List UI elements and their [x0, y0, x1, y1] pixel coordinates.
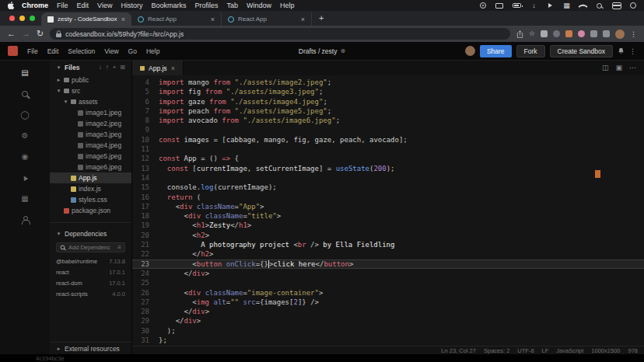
new-tab-button[interactable]: + — [312, 11, 331, 26]
code-line-14[interactable]: 14 — [132, 173, 644, 183]
macos-menu-chrome[interactable]: Chrome — [22, 2, 48, 9]
file-src[interactable]: ▾src — [50, 85, 131, 96]
editor-tab-appjs[interactable]: App.js × — [132, 61, 184, 75]
dependency--babel-runtime[interactable]: @babel/runtime7.13.8 — [50, 256, 131, 266]
minimize-window-button[interactable] — [19, 16, 25, 21]
dependencies-section-header[interactable]: ▾ Dependencies — [50, 226, 131, 242]
editor-menu-file[interactable]: File — [27, 47, 38, 55]
new-directory-icon[interactable]: ⊞ — [120, 64, 125, 71]
control-center-icon[interactable] — [612, 1, 620, 10]
user-avatar[interactable] — [465, 46, 475, 56]
share-icon[interactable] — [516, 30, 523, 38]
screen-record-icon[interactable] — [479, 1, 486, 10]
file-image6-jpeg[interactable]: image6.jpeg — [50, 162, 131, 172]
apple-menu-icon[interactable] — [8, 2, 14, 9]
status-eol[interactable]: LF — [542, 347, 549, 354]
code-line-13[interactable]: 13 const [currentImage, setCurrentImage]… — [132, 164, 644, 173]
share-button[interactable]: Share — [480, 45, 512, 57]
code-line-10[interactable]: 10const images = [cabbage, mango, fig, g… — [132, 135, 644, 144]
close-window-button[interactable] — [9, 16, 15, 21]
extension-icon[interactable] — [553, 30, 560, 37]
code-line-6[interactable]: 6import gaze from "./assets/image4.jpeg"… — [132, 97, 644, 106]
status-indentation[interactable]: Spaces: 2 — [484, 347, 509, 354]
download-icon[interactable]: ↓ — [530, 1, 537, 10]
export-sandbox-icon[interactable]: ↓ — [99, 64, 102, 71]
browser-tab-2[interactable]: React App× — [131, 12, 222, 26]
forward-icon[interactable]: → — [22, 30, 30, 38]
filter-icon[interactable]: ≡ — [117, 244, 121, 251]
code-line-11[interactable]: 11 — [132, 144, 644, 154]
code-line-24[interactable]: 24 </div> — [132, 269, 644, 278]
back-icon[interactable]: ← — [7, 30, 16, 38]
live-icon[interactable]: ◉ — [22, 152, 29, 162]
browser-menu-icon[interactable]: ⋮ — [630, 30, 637, 38]
keyboard-icon[interactable]: ▦ — [563, 1, 570, 10]
code-line-12[interactable]: 12const App = () => { — [132, 154, 644, 163]
status-dimensions[interactable]: 1000x1500 — [591, 347, 620, 354]
code-line-4[interactable]: 4import mango from "./assets/image2.jpeg… — [132, 78, 644, 87]
code-line-22[interactable]: 22 </h2> — [132, 249, 644, 259]
editor-menu-go[interactable]: Go — [128, 47, 137, 55]
external-resources-section-header[interactable]: ▸ External resources — [50, 342, 131, 354]
code-line-17[interactable]: 17 <div className="App"> — [132, 202, 644, 211]
status-encoding[interactable]: UTF-8 — [517, 347, 534, 354]
macos-menu-edit[interactable]: Edit — [77, 2, 89, 9]
status-cursor-position[interactable]: Ln 23, Col 27 — [441, 347, 476, 354]
new-file-icon[interactable]: + — [113, 64, 117, 71]
macos-menu-profiles[interactable]: Profiles — [194, 2, 218, 9]
file-image5-jpeg[interactable]: image5.jpeg — [50, 151, 131, 162]
editor-menu-view[interactable]: View — [104, 47, 118, 55]
code-line-27[interactable]: 27 <img alt="" src={images[2]} /> — [132, 298, 644, 307]
codesandbox-logo[interactable] — [8, 46, 18, 56]
extension-icon[interactable] — [578, 30, 585, 37]
code-line-31[interactable]: 31}; — [132, 336, 644, 345]
code-line-9[interactable]: 9 — [132, 125, 644, 134]
server-icon[interactable]: ▦ — [21, 194, 28, 204]
code-line-29[interactable]: 29 </div> — [132, 316, 644, 325]
file-image4-jpeg[interactable]: image4.jpeg — [50, 140, 131, 151]
siri-icon[interactable] — [629, 1, 636, 10]
browser-tab-3[interactable]: React App× — [222, 12, 312, 26]
notifications-bell-icon[interactable] — [618, 47, 625, 54]
code-line-26[interactable]: 26 <div className="image-container"> — [132, 288, 644, 298]
code-line-25[interactable]: 25 — [132, 278, 644, 287]
code-line-19[interactable]: 19 <h1>Zesty</h1> — [132, 221, 644, 230]
extension-icon[interactable] — [541, 30, 548, 37]
browser-tab-1[interactable]: zesty - CodeSandbox× — [41, 12, 131, 26]
upload-file-icon[interactable]: ↑ — [106, 64, 109, 71]
macos-menu-window[interactable]: Window — [247, 2, 271, 9]
more-icon[interactable]: ⋯ — [629, 64, 636, 71]
github-icon[interactable]: ◯ — [20, 110, 29, 120]
file-image1-jpeg[interactable]: image1.jpeg — [50, 107, 131, 118]
file-index-js[interactable]: index.js — [50, 183, 131, 194]
code-line-23[interactable]: 23 <button onClick={}>click here</button… — [132, 259, 644, 269]
fork-button[interactable]: Fork — [516, 45, 545, 57]
dependency-react-dom[interactable]: react-dom17.0.1 — [50, 277, 131, 288]
search-icon[interactable] — [22, 89, 28, 99]
team-icon[interactable] — [21, 215, 30, 225]
layout-icon[interactable]: ▣ — [615, 64, 622, 71]
create-sandbox-button[interactable]: Create Sandbox — [550, 45, 613, 57]
settings-icon[interactable]: ⚙ — [22, 131, 29, 141]
tab-close-icon[interactable]: × — [301, 16, 305, 23]
macos-menu-file[interactable]: File — [57, 2, 68, 9]
code-line-18[interactable]: 18 <div className="title"> — [132, 211, 644, 221]
address-bar[interactable]: codesandbox.io/s/59hdy?file=/src/App.js — [50, 28, 510, 40]
editor-menu-edit[interactable]: Edit — [47, 47, 59, 55]
dependency-react[interactable]: react17.0.1 — [50, 266, 131, 277]
tab-close-icon[interactable]: × — [171, 64, 175, 72]
code-line-7[interactable]: 7import peach from "./assets/image5.jpeg… — [132, 106, 644, 116]
code-line-15[interactable]: 15 console.log(currentImage); — [132, 183, 644, 192]
editor-menu-selection[interactable]: Selection — [68, 47, 95, 55]
wifi-icon[interactable] — [579, 1, 586, 10]
extension-icon[interactable] — [590, 30, 597, 37]
display-icon[interactable] — [495, 1, 503, 10]
editor-menu-help[interactable]: Help — [146, 47, 159, 55]
tab-close-icon[interactable]: × — [211, 16, 215, 23]
add-dependency-input[interactable]: Add Dependenc ≡ — [56, 242, 125, 252]
file-public[interactable]: ▸public — [50, 75, 131, 85]
bookmark-star-icon[interactable]: ☆ — [529, 30, 535, 37]
file-package-json[interactable]: package.json — [50, 205, 131, 216]
macos-menu-help[interactable]: Help — [280, 2, 295, 9]
volume-icon[interactable] — [547, 1, 554, 10]
